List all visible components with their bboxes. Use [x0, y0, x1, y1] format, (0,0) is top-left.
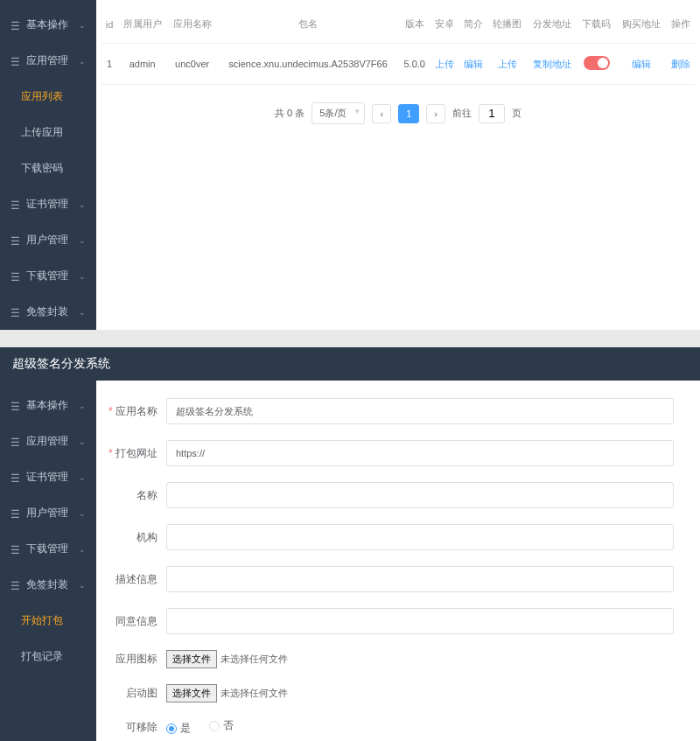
- chevron-down-icon: ⌄: [79, 272, 86, 281]
- sidebar-item-app-mgmt[interactable]: ☰应用管理⌄: [0, 43, 96, 79]
- pager-total: 共 0 条: [275, 107, 304, 120]
- chevron-down-icon: ⌄: [79, 545, 86, 554]
- th-buy: 购买地址: [616, 5, 666, 44]
- radio-removable-yes[interactable]: 是: [166, 721, 191, 736]
- table-row: 1 admin unc0ver science.xnu.undecimus.A2…: [102, 44, 695, 85]
- label-removable: 可移除: [96, 720, 166, 735]
- pager-page-label: 页: [512, 107, 522, 120]
- sidebar-item-download-mgmt[interactable]: ☰下载管理⌄: [0, 531, 96, 567]
- download-icon: ☰: [10, 271, 21, 282]
- sidebar-item-cert-mgmt[interactable]: ☰证书管理⌄: [0, 186, 96, 222]
- sidebar-item-app-mgmt[interactable]: ☰应用管理⌄: [0, 423, 96, 459]
- page-size-select[interactable]: 5条/页: [312, 102, 365, 124]
- th-id: id: [102, 5, 117, 44]
- upload-carousel-link[interactable]: 上传: [498, 59, 517, 69]
- cell-name: unc0ver: [167, 44, 217, 85]
- label-desc: 描述信息: [96, 572, 166, 587]
- edit-intro-link[interactable]: 编辑: [464, 59, 483, 69]
- th-pkg: 包名: [217, 5, 399, 44]
- chevron-down-icon: ⌄: [79, 581, 86, 590]
- sidebar-top: ☰基本操作⌄ ☰应用管理⌄ 应用列表 上传应用 下载密码 ☰证书管理⌄ ☰用户管…: [0, 0, 96, 330]
- choose-icon-button[interactable]: 选择文件: [166, 650, 217, 668]
- input-name[interactable]: [166, 482, 674, 508]
- sidebar-item-basic[interactable]: ☰基本操作⌄: [0, 388, 96, 423]
- input-desc[interactable]: [166, 566, 674, 592]
- cert-icon: ☰: [10, 472, 21, 483]
- app-icon: ☰: [10, 56, 21, 66]
- input-url[interactable]: [166, 440, 674, 466]
- label-url: 打包网址: [96, 446, 166, 461]
- chevron-down-icon: ⌄: [79, 57, 86, 66]
- chevron-down-icon: ⌄: [79, 21, 86, 30]
- th-intro: 简介: [458, 5, 487, 44]
- sidebar-item-pack-record[interactable]: 打包记录: [0, 639, 96, 675]
- sidebar-item-upload-app[interactable]: 上传应用: [0, 115, 96, 150]
- pager-prev[interactable]: ‹: [372, 104, 391, 123]
- th-dist: 分发地址: [527, 5, 577, 44]
- label-appname: 应用名称: [96, 404, 166, 419]
- sidebar-item-nosign-pack[interactable]: ☰免签封装⌄: [0, 294, 96, 330]
- cell-id: 1: [102, 44, 117, 85]
- label-org: 机构: [96, 530, 166, 545]
- users-icon: ☰: [10, 235, 21, 246]
- main-content-top: id 所属用户 应用名称 包名 版本 安卓 简介 轮播图 分发地址 下载码 购买…: [96, 0, 700, 330]
- icon-file-status: 未选择任何文件: [220, 654, 288, 664]
- dlcode-switch[interactable]: [584, 56, 610, 70]
- sidebar-item-nosign-pack[interactable]: ☰免签封装⌄: [0, 567, 96, 603]
- chevron-down-icon: ⌄: [79, 473, 86, 482]
- radio-dot-on-icon: [166, 724, 177, 734]
- user-icon: ☰: [10, 401, 21, 411]
- label-agree: 同意信息: [96, 614, 166, 629]
- th-ver: 版本: [399, 5, 430, 44]
- app-table: id 所属用户 应用名称 包名 版本 安卓 简介 轮播图 分发地址 下载码 购买…: [102, 5, 695, 85]
- pack-form: 应用名称 打包网址 名称 机构 描述信息 同意信息 应用图标选择文件未选择任何文…: [96, 381, 700, 741]
- sidebar-item-start-pack[interactable]: 开始打包: [0, 603, 96, 639]
- pager-next[interactable]: ›: [426, 104, 445, 123]
- user-icon: ☰: [10, 20, 21, 31]
- input-agree[interactable]: [166, 608, 674, 634]
- sidebar-item-basic[interactable]: ☰基本操作⌄: [0, 7, 96, 43]
- edit-buy-link[interactable]: 编辑: [632, 59, 651, 69]
- label-launch: 启动图: [96, 686, 166, 701]
- copy-dist-link[interactable]: 复制地址: [533, 59, 571, 69]
- input-org[interactable]: [166, 524, 674, 550]
- cell-ver: 5.0.0: [399, 44, 430, 85]
- sidebar-item-download-mgmt[interactable]: ☰下载管理⌄: [0, 258, 96, 294]
- launch-file-status: 未选择任何文件: [220, 688, 288, 698]
- chevron-down-icon: ⌄: [79, 437, 86, 446]
- cert-icon: ☰: [10, 199, 21, 210]
- sidebar-item-user-mgmt[interactable]: ☰用户管理⌄: [0, 495, 96, 531]
- chevron-down-icon: ⌄: [79, 308, 86, 317]
- label-icon: 应用图标: [96, 652, 166, 667]
- pager-goto-input[interactable]: [479, 104, 505, 123]
- package-icon: ☰: [10, 580, 21, 591]
- label-name: 名称: [96, 488, 166, 503]
- th-appname: 应用名称: [167, 5, 217, 44]
- th-android: 安卓: [430, 5, 459, 44]
- th-dlcode: 下载码: [577, 5, 616, 44]
- cell-pkg: science.xnu.undecimus.A2538V7F66: [217, 44, 399, 85]
- upload-android-link[interactable]: 上传: [435, 59, 454, 69]
- input-appname[interactable]: [166, 398, 674, 424]
- th-user: 所属用户: [117, 5, 167, 44]
- sidebar-item-app-list[interactable]: 应用列表: [0, 79, 96, 115]
- download-icon: ☰: [10, 544, 21, 555]
- chevron-down-icon: ⌄: [79, 200, 86, 209]
- th-op: 操作: [666, 5, 695, 44]
- chevron-down-icon: ⌄: [79, 509, 86, 518]
- chevron-down-icon: ⌄: [79, 402, 86, 410]
- sidebar-bottom: ☰基本操作⌄ ☰应用管理⌄ ☰证书管理⌄ ☰用户管理⌄ ☰下载管理⌄ ☰免签封装…: [0, 381, 96, 741]
- app-icon: ☰: [10, 437, 21, 447]
- choose-launch-button[interactable]: 选择文件: [166, 684, 217, 703]
- sidebar-item-download-pwd[interactable]: 下载密码: [0, 150, 96, 186]
- pager-goto-label: 前往: [452, 107, 472, 120]
- pager-page-1[interactable]: 1: [398, 104, 419, 123]
- sidebar-item-cert-mgmt[interactable]: ☰证书管理⌄: [0, 459, 96, 495]
- sidebar-item-user-mgmt[interactable]: ☰用户管理⌄: [0, 222, 96, 258]
- th-carousel: 轮播图: [487, 5, 527, 44]
- delete-link[interactable]: 删除: [671, 59, 690, 69]
- radio-removable-no[interactable]: 否: [209, 718, 234, 733]
- chevron-down-icon: ⌄: [79, 236, 86, 245]
- cell-user: admin: [117, 44, 167, 85]
- radio-dot-off-icon: [209, 721, 220, 731]
